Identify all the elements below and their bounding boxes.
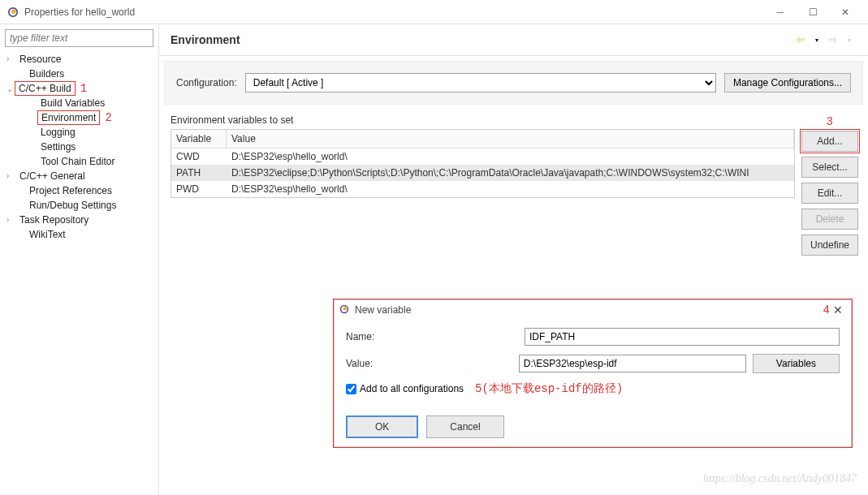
value-label: Value: <box>346 358 519 369</box>
select-button[interactable]: Select... <box>801 157 858 178</box>
titlebar: Properties for hello_world ─ ☐ ✕ <box>0 0 868 24</box>
forward-arrow-icon[interactable]: ⇨ <box>826 32 840 47</box>
variables-button[interactable]: Variables <box>753 354 840 373</box>
tree-item-run-debug[interactable]: Run/Debug Settings <box>5 198 153 213</box>
tree-item-environment[interactable]: Environment <box>37 110 100 125</box>
undefine-button[interactable]: Undefine <box>801 235 858 256</box>
new-variable-dialog: New variable 4 ✕ Name: Value: Variables <box>333 299 853 448</box>
tree-item-ccpp-build[interactable]: C/C++ Build <box>15 81 76 96</box>
annotation-4: 4 <box>823 303 830 316</box>
delete-button[interactable]: Delete <box>801 209 858 230</box>
tree-item-ccpp-general[interactable]: ›C/C++ General <box>5 169 153 183</box>
tree-item-builders[interactable]: Builders <box>5 67 153 81</box>
checkbox-label: Add to all configurations <box>360 383 464 394</box>
close-button[interactable]: ✕ <box>829 1 862 24</box>
annotation-2: 2 <box>105 111 111 124</box>
minimize-button[interactable]: ─ <box>764 1 797 24</box>
table-row[interactable]: PATH D:\ESP32\eclipse;D:\Python\Scripts\… <box>171 165 794 181</box>
filter-input[interactable] <box>5 29 153 47</box>
tree-item-logging[interactable]: Logging <box>5 125 153 140</box>
eclipse-icon <box>339 304 351 316</box>
window-title: Properties for hello_world <box>24 6 764 18</box>
tree-item-toolchain[interactable]: Tool Chain Editor <box>5 154 153 169</box>
cancel-button[interactable]: Cancel <box>426 415 503 438</box>
ok-button[interactable]: OK <box>346 415 418 438</box>
tree-item-build-variables[interactable]: Build Variables <box>5 96 153 110</box>
add-all-configs-checkbox[interactable] <box>346 384 356 394</box>
configuration-bar: Configuration: Default [ Active ] Manage… <box>164 61 863 105</box>
eclipse-icon <box>6 6 19 19</box>
env-table: Variable Value CWD D:\ESP32\esp\hello_wo… <box>171 129 795 198</box>
annotation-1: 1 <box>80 82 87 95</box>
tree-item-wikitext[interactable]: WikiText <box>5 227 153 242</box>
name-input[interactable] <box>525 328 840 346</box>
tree-item-settings[interactable]: Settings <box>5 140 153 154</box>
tree-item-task-repo[interactable]: ›Task Repository <box>5 213 153 227</box>
page-title: Environment <box>171 33 793 46</box>
forward-dropdown-icon[interactable]: ▾ <box>842 32 857 47</box>
env-section-label: Environment variables to set <box>171 114 795 126</box>
configuration-select[interactable]: Default [ Active ] <box>245 73 716 93</box>
chevron-down-icon[interactable]: ⌄ <box>5 84 13 93</box>
column-variable[interactable]: Variable <box>171 130 227 148</box>
value-input[interactable] <box>519 355 746 372</box>
annotation-5: 5(本地下载esp-idf的路径) <box>475 381 623 396</box>
tree-item-project-references[interactable]: Project References <box>5 183 153 198</box>
edit-button[interactable]: Edit... <box>801 183 858 204</box>
manage-configurations-button[interactable]: Manage Configurations... <box>724 73 851 93</box>
column-value[interactable]: Value <box>227 130 794 148</box>
svg-point-3 <box>343 307 348 311</box>
dialog-title: New variable <box>355 304 685 316</box>
maximize-button[interactable]: ☐ <box>797 1 829 24</box>
tree-item-resource[interactable]: ›Resource <box>5 52 153 67</box>
add-button[interactable]: 3 Add... <box>801 131 858 152</box>
annotation-3: 3 <box>827 115 833 128</box>
dialog-close-button[interactable]: ✕ <box>830 303 846 316</box>
sidebar: ›Resource Builders ⌄ C/C++ Build 1 Build… <box>0 24 159 495</box>
table-row[interactable]: PWD D:\ESP32\esp\hello_world\ <box>171 181 794 197</box>
svg-point-1 <box>11 9 15 13</box>
back-arrow-icon[interactable]: ⇦ <box>793 32 808 47</box>
watermark: https://blog.csdn.net/Andy001847 <box>703 472 857 485</box>
property-tree: ›Resource Builders ⌄ C/C++ Build 1 Build… <box>5 52 153 242</box>
back-dropdown-icon[interactable]: ▾ <box>810 32 824 47</box>
table-row[interactable]: CWD D:\ESP32\esp\hello_world\ <box>171 148 794 165</box>
name-label: Name: <box>346 331 525 342</box>
configuration-label: Configuration: <box>176 77 237 88</box>
